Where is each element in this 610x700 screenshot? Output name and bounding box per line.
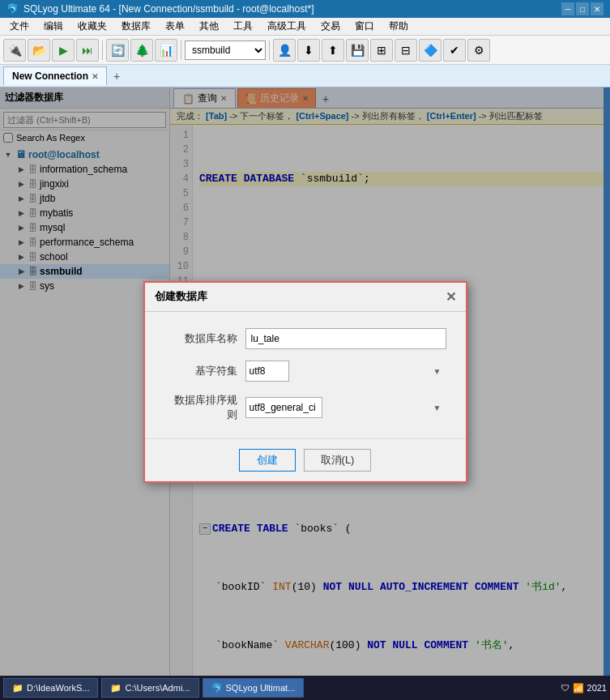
toolbar-grid-btn[interactable]: ⊟ (395, 39, 417, 62)
minimize-btn[interactable]: ─ (561, 2, 574, 15)
taskbar-explorer-label: C:\Users\Admi... (125, 683, 190, 693)
database-selector[interactable]: ssmbuild (185, 41, 266, 60)
menu-file[interactable]: 文件 (3, 18, 36, 35)
cancel-btn[interactable]: 取消(L) (304, 449, 372, 472)
tray-shield: 🛡 (561, 683, 569, 693)
maximize-btn[interactable]: □ (576, 2, 589, 15)
form-name-label: 数据库名称 (164, 331, 237, 346)
toolbar-sep1 (102, 41, 103, 60)
titlebar: 🐬 SQLyog Ultimate 64 - [New Connection/s… (0, 0, 610, 18)
menu-database[interactable]: 数据库 (115, 18, 157, 35)
modal-overlay: 创建数据库 ✕ 数据库名称 基字符集 utf8 latin1 utf8mb4 g… (0, 88, 610, 676)
taskbar-item-explorer[interactable]: 📁 C:\Users\Admi... (101, 678, 198, 698)
form-row-charset: 基字符集 utf8 latin1 utf8mb4 gbk (164, 361, 446, 382)
create-database-modal: 创建数据库 ✕ 数据库名称 基字符集 utf8 latin1 utf8mb4 g… (143, 281, 467, 483)
menu-transaction[interactable]: 交易 (314, 18, 347, 35)
collation-select-wrapper: utf8_general_ci utf8_unicode_ci utf8_bin (245, 397, 446, 418)
toolbar-export-btn[interactable]: ⬆ (322, 39, 344, 62)
taskbar-idea-label: D:\IdeaWorkS... (27, 683, 89, 693)
toolbar-play2-btn[interactable]: ⏭ (76, 39, 99, 62)
menu-help[interactable]: 帮助 (382, 18, 415, 35)
taskbar: 📁 D:\IdeaWorkS... 📁 C:\Users\Admi... 🐬 S… (0, 676, 610, 700)
menu-tools[interactable]: 工具 (227, 18, 259, 35)
connection-tab-close[interactable]: ✕ (92, 72, 98, 81)
titlebar-controls[interactable]: ─ □ ✕ (561, 2, 604, 15)
menu-table[interactable]: 表单 (159, 18, 191, 35)
toolbar-play-btn[interactable]: ▶ (52, 39, 75, 62)
form-charset-label: 基字符集 (164, 364, 237, 378)
taskbar-explorer-icon: 📁 (110, 683, 122, 694)
collation-select[interactable]: utf8_general_ci utf8_unicode_ci utf8_bin (245, 397, 322, 418)
menu-edit[interactable]: 编辑 (37, 18, 70, 35)
toolbar-sep3 (269, 41, 270, 60)
modal-title-text: 创建数据库 (155, 289, 207, 304)
taskbar-item-sqlyog[interactable]: 🐬 SQLyog Ultimat... (203, 678, 305, 698)
form-row-collation: 数据库排序规则 utf8_general_ci utf8_unicode_ci … (164, 393, 446, 422)
toolbar-table-btn[interactable]: ⊞ (370, 39, 393, 62)
toolbar-new-btn[interactable]: 🔌 (3, 39, 26, 62)
toolbar-extra-btn[interactable]: ⚙ (467, 39, 490, 62)
create-btn[interactable]: 创建 (239, 449, 296, 472)
toolbar-open-btn[interactable]: 📂 (28, 39, 50, 62)
modal-body: 数据库名称 基字符集 utf8 latin1 utf8mb4 gbk 数据库排序… (145, 312, 466, 438)
toolbar-refresh-btn[interactable]: 🔄 (106, 39, 129, 62)
menu-other[interactable]: 其他 (193, 18, 225, 35)
taskbar-idea-icon: 📁 (12, 683, 23, 694)
connection-tabbar: New Connection ✕ + (0, 65, 610, 88)
modal-footer: 创建 取消(L) (145, 438, 466, 481)
connection-tab[interactable]: New Connection ✕ (3, 66, 107, 85)
toolbar-schema-btn[interactable]: 🔷 (419, 39, 442, 62)
titlebar-title: SQLyog Ultimate 64 - [New Connection/ssm… (23, 3, 314, 15)
menu-window[interactable]: 窗口 (348, 18, 381, 35)
form-collation-label: 数据库排序规则 (164, 393, 237, 422)
toolbar-sep2 (181, 41, 181, 60)
database-name-input[interactable] (245, 328, 446, 349)
toolbar-check-btn[interactable]: ✔ (443, 39, 466, 62)
app-icon: 🐬 (6, 3, 19, 15)
tray-wifi: 📶 (573, 683, 584, 694)
toolbar: 🔌 📂 ▶ ⏭ 🔄 🌲 📊 ssmbuild 👤 ⬇ ⬆ 💾 ⊞ ⊟ 🔷 ✔ ⚙ (0, 36, 610, 65)
taskbar-item-idea[interactable]: 📁 D:\IdeaWorkS... (3, 678, 98, 698)
close-btn[interactable]: ✕ (591, 2, 604, 15)
menubar: 文件 编辑 收藏夹 数据库 表单 其他 工具 高级工具 交易 窗口 帮助 (0, 18, 610, 36)
taskbar-tray: 🛡 📶 2021 (561, 683, 607, 694)
connection-tab-label: New Connection (12, 70, 88, 82)
tray-time: 2021 (587, 683, 607, 693)
menu-advanced[interactable]: 高级工具 (261, 18, 313, 35)
toolbar-backup-btn[interactable]: 💾 (346, 39, 369, 62)
form-row-name: 数据库名称 (164, 328, 446, 349)
modal-close-btn[interactable]: ✕ (446, 289, 456, 305)
toolbar-chart-btn[interactable]: 📊 (155, 39, 177, 62)
charset-select-wrapper: utf8 latin1 utf8mb4 gbk (245, 361, 446, 382)
menu-favorites[interactable]: 收藏夹 (71, 18, 113, 35)
charset-select[interactable]: utf8 latin1 utf8mb4 gbk (245, 361, 289, 382)
modal-titlebar: 创建数据库 ✕ (145, 283, 466, 312)
toolbar-user-btn[interactable]: 👤 (273, 39, 296, 62)
connection-tab-add[interactable]: + (107, 66, 126, 86)
toolbar-import-btn[interactable]: ⬇ (297, 39, 320, 62)
taskbar-sqlyog-label: SQLyog Ultimat... (226, 683, 296, 693)
toolbar-tree-btn[interactable]: 🌲 (130, 39, 153, 62)
titlebar-left: 🐬 SQLyog Ultimate 64 - [New Connection/s… (6, 3, 314, 15)
taskbar-sqlyog-icon: 🐬 (211, 683, 223, 694)
